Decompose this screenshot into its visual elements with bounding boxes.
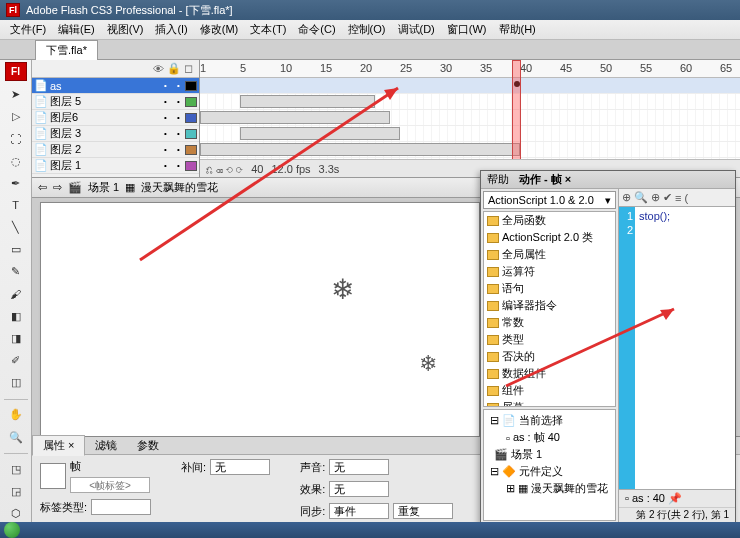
hand-tool[interactable]: ✋ [5, 406, 27, 423]
as-category[interactable]: 类型 [484, 331, 615, 348]
outline-icon[interactable]: ◻ [182, 62, 195, 75]
code-toolbar[interactable]: ⊕ 🔍 ⊕ ✔ ≡ ( [619, 189, 735, 207]
selection-tool[interactable]: ➤ [5, 86, 27, 103]
snap-tool[interactable]: ⬡ [5, 505, 27, 522]
as-category[interactable]: 数据组件 [484, 365, 615, 382]
menu-edit[interactable]: 编辑(E) [52, 22, 101, 37]
nav-snow[interactable]: 漫天飘舞的雪花 [531, 481, 608, 496]
menu-file[interactable]: 文件(F) [4, 22, 52, 37]
tab-help[interactable]: 帮助 [487, 172, 509, 187]
rectangle-tool[interactable]: ▭ [5, 241, 27, 258]
layer-row[interactable]: 📄图层 5•• [32, 94, 199, 110]
subselection-tool[interactable]: ▷ [5, 108, 27, 125]
lasso-tool[interactable]: ◌ [5, 152, 27, 169]
as-category[interactable]: 全局函数 [484, 212, 615, 229]
symbol-name[interactable]: 漫天飘舞的雪花 [141, 180, 218, 195]
layer-row[interactable]: 📄图层6•• [32, 110, 199, 126]
as-category[interactable]: 常数 [484, 314, 615, 331]
taskbar[interactable] [0, 522, 740, 538]
line-tool[interactable]: ╲ [5, 219, 27, 236]
find-icon[interactable]: 🔍 [634, 191, 648, 204]
back-button[interactable]: ⇦ [38, 181, 47, 194]
as-category-tree[interactable]: 全局函数ActionScript 2.0 类全局属性运算符语句编译器指令常数类型… [483, 211, 616, 407]
brush-tool[interactable]: 🖌 [5, 286, 27, 303]
stroke-color[interactable]: ◳ [5, 461, 27, 478]
actions-header[interactable]: 帮助 动作 - 帧 × [481, 171, 735, 189]
effect-select[interactable]: 无 [329, 481, 389, 497]
as-category[interactable]: ActionScript 2.0 类 [484, 229, 615, 246]
zoom-tool[interactable]: 🔍 [5, 429, 27, 446]
menu-view[interactable]: 视图(V) [101, 22, 150, 37]
nav-scene[interactable]: 场景 1 [511, 447, 542, 462]
tab-parameters[interactable]: 参数 [127, 436, 169, 455]
scene-name[interactable]: 场景 1 [88, 180, 119, 195]
tool-divider2 [4, 453, 28, 454]
as-category[interactable]: 屏幕 [484, 399, 615, 407]
format-icon[interactable]: ≡ [675, 192, 681, 204]
as-category[interactable]: 语句 [484, 280, 615, 297]
actions-panel: 帮助 动作 - 帧 × ActionScript 1.0 & 2.0▾ 全局函数… [480, 170, 736, 524]
tab-properties[interactable]: 属性 × [32, 435, 85, 456]
canvas[interactable]: ❄ ❄ [40, 202, 480, 436]
frame-label-input[interactable] [70, 477, 150, 493]
frame-ruler[interactable]: 15101520253035404550556065707580859095 [200, 60, 740, 78]
fill-color[interactable]: ◲ [5, 483, 27, 500]
nav-frame[interactable]: as : 帧 40 [513, 430, 560, 445]
menu-control[interactable]: 控制(O) [342, 22, 392, 37]
labeltype-label: 标签类型: [40, 500, 87, 515]
menu-modify[interactable]: 修改(M) [194, 22, 245, 37]
tools-panel: Fl ➤ ▷ ⛶ ◌ ✒ T ╲ ▭ ✎ 🖌 ◧ ◨ ✐ ◫ ✋ 🔍 ◳ ◲ ⬡ [0, 60, 32, 522]
free-transform-tool[interactable]: ⛶ [5, 130, 27, 147]
labeltype-select[interactable] [91, 499, 151, 515]
as-nav-tree[interactable]: ⊟📄当前选择 ▫as : 帧 40 🎬场景 1 ⊟🔶元件定义 ⊞▦漫天飘舞的雪花 [483, 409, 616, 521]
as-category[interactable]: 全局属性 [484, 246, 615, 263]
paint-bucket-tool[interactable]: ◨ [5, 330, 27, 347]
ink-bottle-tool[interactable]: ◧ [5, 308, 27, 325]
add-icon[interactable]: ⊕ [622, 191, 631, 204]
menu-help[interactable]: 帮助(H) [493, 22, 542, 37]
as-category[interactable]: 组件 [484, 382, 615, 399]
frame-icons[interactable]: ⎌ ⌫ ⟲ ⟳ [206, 163, 243, 175]
menu-commands[interactable]: 命令(C) [292, 22, 341, 37]
hint-icon[interactable]: ( [684, 192, 688, 204]
fps-display: 12.0 fps [271, 163, 310, 175]
pen-tool[interactable]: ✒ [5, 175, 27, 192]
start-button[interactable] [4, 522, 20, 538]
menu-window[interactable]: 窗口(W) [441, 22, 493, 37]
sound-select[interactable]: 无 [329, 459, 389, 475]
menu-insert[interactable]: 插入(I) [149, 22, 193, 37]
code-editor[interactable]: 12 stop(); [619, 207, 735, 489]
sync-select1[interactable]: 事件 [329, 503, 389, 519]
text-tool[interactable]: T [5, 197, 27, 214]
check-icon[interactable]: ✔ [663, 191, 672, 204]
tween-select[interactable]: 无 [210, 459, 270, 475]
tab-actions[interactable]: 动作 - 帧 × [519, 172, 571, 187]
as-category[interactable]: 编译器指令 [484, 297, 615, 314]
as-version-select[interactable]: ActionScript 1.0 & 2.0▾ [483, 191, 616, 209]
as-category[interactable]: 否决的 [484, 348, 615, 365]
pencil-tool[interactable]: ✎ [5, 263, 27, 280]
code-text[interactable]: stop(); [635, 207, 735, 489]
snowflake-symbol[interactable]: ❄ [331, 273, 354, 306]
sync-select2[interactable]: 重复 [393, 503, 453, 519]
layer-row[interactable]: 📄图层 3•• [32, 126, 199, 142]
minus-icon[interactable]: ⊟ [490, 414, 499, 427]
target-icon[interactable]: ⊕ [651, 191, 660, 204]
layer-row[interactable]: 📄图层 1•• [32, 158, 199, 174]
tab-filters[interactable]: 滤镜 [85, 436, 127, 455]
snowflake-symbol[interactable]: ❄ [419, 351, 437, 377]
eye-icon[interactable]: 👁 [152, 63, 165, 75]
as-category[interactable]: 运算符 [484, 263, 615, 280]
layer-row[interactable]: 📄图层 2•• [32, 142, 199, 158]
menu-debug[interactable]: 调试(D) [392, 22, 441, 37]
forward-button[interactable]: ⇨ [53, 181, 62, 194]
doc-tab-active[interactable]: 下雪.fla* [35, 40, 98, 60]
plus-icon[interactable]: ⊞ [506, 482, 515, 495]
time-track[interactable]: 15101520253035404550556065707580859095 ⎌… [200, 60, 740, 177]
eyedropper-tool[interactable]: ✐ [5, 352, 27, 369]
menu-text[interactable]: 文本(T) [244, 22, 292, 37]
minus-icon[interactable]: ⊟ [490, 465, 499, 478]
eraser-tool[interactable]: ◫ [5, 374, 27, 391]
lock-icon[interactable]: 🔒 [167, 62, 180, 75]
layer-row[interactable]: 📄as•• [32, 78, 199, 94]
